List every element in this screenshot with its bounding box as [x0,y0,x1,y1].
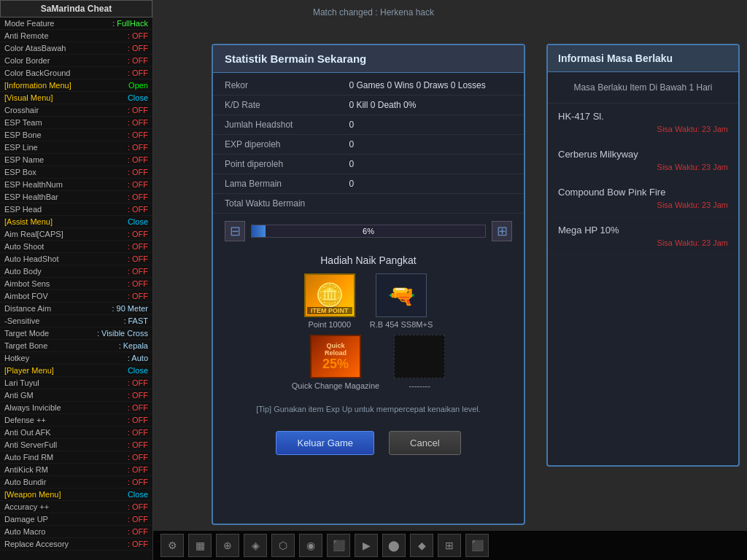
info-panel-subtitle: Masa Berlaku Item Di Bawah 1 Hari [548,72,738,104]
bottom-icon-9[interactable]: ⬤ [382,534,406,557]
bottom-icon-3[interactable]: ⊕ [216,534,239,557]
cheat-row-20[interactable]: Auto Body : OFF [0,265,152,278]
cheat-value-34: : OFF [128,440,148,449]
cheat-row-6[interactable]: [Visual Menu] Close [0,92,152,104]
cheat-row-2[interactable]: Color AtasBawah : OFF [0,42,152,55]
stats-row-1: K/D Rate 0 Kill 0 Death 0% [213,96,524,115]
cheat-label-1: Anti Remote [4,31,49,40]
cheat-value-20: : OFF [128,267,148,276]
info-item-2: Compound Bow Pink Fire Sisa Waktu: 23 Ja… [548,179,738,217]
cheat-row-17[interactable]: Aim Real[CAPS] : OFF [0,228,152,241]
hadiah-item-empty: -------- [394,335,445,390]
cheat-row-10[interactable]: ESP Line : OFF [0,141,152,154]
cheat-row-28[interactable]: [Player Menu] Close [0,365,152,377]
cheat-row-26[interactable]: Target Bone : Kepala [0,340,152,352]
cheat-row-33[interactable]: Anti Out AFK : OFF [0,427,152,439]
info-item-name-0: HK-417 Sl. [558,111,728,122]
bottom-icon-4[interactable]: ◈ [244,534,267,557]
bottom-bar: ⚙ ▦ ⊕ ◈ ⬡ ◉ ⬛ ▶ ⬤ ◆ ⊞ ⬛ [153,531,747,560]
cheat-row-9[interactable]: ESP Bone : OFF [0,129,152,141]
cheat-row-39[interactable]: Accuracy ++ : OFF [0,501,152,513]
cheat-row-42[interactable]: Replace Accesory : OFF [0,538,152,551]
cheat-row-11[interactable]: ESP Name : OFF [0,154,152,166]
bottom-icon-5[interactable]: ⬡ [271,534,295,557]
cheat-value-9: : OFF [128,131,148,139]
cheat-row-32[interactable]: Defense ++ : OFF [0,414,152,427]
info-item-time-1: Sisa Waktu: 23 Jam [558,163,728,171]
cheat-value-33: : OFF [128,428,148,437]
cheat-label-18: Auto Shoot [4,242,44,251]
hadiah-label-point: Point 10000 [308,320,351,329]
cheat-row-41[interactable]: Auto Macro : OFF [0,526,152,538]
cheat-row-30[interactable]: Anti GM : OFF [0,389,152,402]
cheat-value-27: : Auto [128,354,148,362]
cheat-value-19: : OFF [128,254,148,263]
cheat-row-35[interactable]: Auto Find RM : OFF [0,451,152,464]
cheat-row-37[interactable]: Auto Bundir : OFF [0,476,152,489]
bottom-icon-8[interactable]: ▶ [355,534,378,557]
bottom-icon-12[interactable]: ⬛ [465,534,489,557]
cheat-row-15[interactable]: ESP Head : OFF [0,203,152,216]
cheat-row-19[interactable]: Auto HeadShot : OFF [0,253,152,265]
bottom-icon-2[interactable]: ▦ [188,534,212,557]
stats-value-1: 0 Kill 0 Death 0% [337,96,524,115]
cheat-value-42: : OFF [128,540,148,548]
keluar-game-button[interactable]: Keluar Game [276,431,374,455]
cheat-row-40[interactable]: Damage UP : OFF [0,513,152,526]
stats-label-1: K/D Rate [213,96,337,115]
cheat-row-14[interactable]: ESP HealthBar : OFF [0,191,152,203]
cheat-row-16[interactable]: [Assist Menu] Close [0,216,152,228]
cheat-row-5[interactable]: [Information Menu] Open [0,79,152,92]
cheat-row-34[interactable]: Anti ServerFull : OFF [0,439,152,451]
cheat-label-33: Anti Out AFK [4,428,51,437]
cheat-row-31[interactable]: Always Invicible : OFF [0,402,152,414]
cheat-row-22[interactable]: Aimbot FOV : OFF [0,290,152,303]
cheat-value-17: : OFF [128,230,148,238]
cheat-value-7: : OFF [128,106,148,114]
cheat-value-31: : OFF [128,403,148,412]
bottom-icon-11[interactable]: ⊞ [438,534,461,557]
cheat-row-7[interactable]: Crosshair : OFF [0,104,152,117]
stats-title: Statistik Bermain Sekarang [213,45,524,73]
cheat-row-25[interactable]: Target Mode : Visible Cross [0,327,152,340]
cheat-row-21[interactable]: Aimbot Sens : OFF [0,278,152,290]
stats-row-5: Lama Bermain 0 [213,174,524,194]
hadiah-item-gun: 🔫 R.B 454 SS8M+S [370,273,433,329]
cheat-row-27[interactable]: Hotkey : Auto [0,352,152,365]
cheat-row-18[interactable]: Auto Shoot : OFF [0,241,152,253]
cheat-row-1[interactable]: Anti Remote : OFF [0,30,152,42]
cheat-row-0[interactable]: Mode Feature : FullHack [0,18,152,30]
cancel-button[interactable]: Cancel [389,431,460,455]
cheat-row-38[interactable]: [Weapon Menu] Close [0,489,152,501]
bottom-icon-6[interactable]: ◉ [299,534,322,557]
bottom-icon-1[interactable]: ⚙ [160,534,184,557]
info-item-time-2: Sisa Waktu: 23 Jam [558,201,728,209]
cheat-label-20: Auto Body [4,267,42,276]
stats-value-3: 0 [337,135,524,155]
info-item-time-0: Sisa Waktu: 23 Jam [558,125,728,133]
cheat-value-24: : FAST [123,316,148,325]
info-items-list[interactable]: HK-417 Sl. Sisa Waktu: 23 Jam Cerberus M… [548,104,738,424]
cheat-row-4[interactable]: Color BackGround : OFF [0,67,152,79]
cheat-row-23[interactable]: Distance Aim : 90 Meter [0,303,152,315]
bottom-icon-10[interactable]: ◆ [410,534,433,557]
cheat-row-24[interactable]: -Sensitive : FAST [0,315,152,327]
cheat-row-12[interactable]: ESP Box : OFF [0,166,152,179]
stats-dialog: Statistik Bermain Sekarang Rekor 0 Games… [212,44,525,525]
cheat-label-36: AntiKick RM [4,465,48,474]
stats-label-5: Lama Bermain [213,174,337,194]
cheat-menu-panel: SaMarinda Cheat Mode Feature : FullHack … [0,0,153,560]
cheat-section-label-28: [Player Menu] [4,366,54,375]
cheat-row-3[interactable]: Color Border : OFF [0,55,152,67]
cheat-row-8[interactable]: ESP Team : OFF [0,117,152,129]
cheat-value-41: : OFF [128,527,148,536]
cheat-value-25: : Visible Cross [97,329,148,338]
cheat-label-17: Aim Real[CAPS] [4,230,63,238]
cheat-label-21: Aimbot Sens [4,279,50,288]
cheat-value-14: : OFF [128,192,148,201]
cheat-row-13[interactable]: ESP HealthNum : OFF [0,179,152,191]
bottom-icon-7[interactable]: ⬛ [327,534,350,557]
cheat-section-value-6: Close [128,93,148,102]
cheat-row-36[interactable]: AntiKick RM : OFF [0,464,152,476]
cheat-row-29[interactable]: Lari Tuyul : OFF [0,377,152,389]
